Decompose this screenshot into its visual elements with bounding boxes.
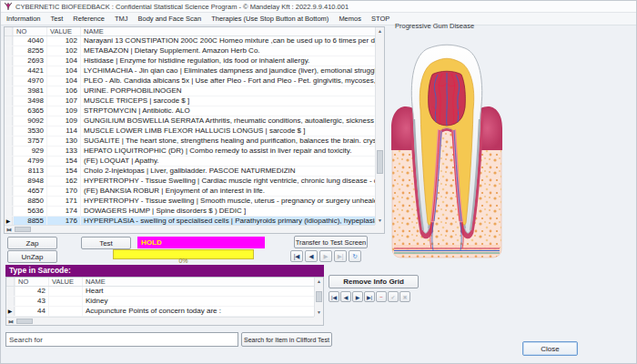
row-indicator (5, 36, 13, 46)
menu-item-memos[interactable]: Memos (339, 15, 361, 23)
app-window: CYBERNETIC BIOFEEDBACK : Confidential St… (0, 0, 637, 364)
table-row[interactable]: 4657170(FE) BANKSIA ROBUR | Enjoyment of… (5, 187, 375, 197)
remove-info-grid-button[interactable]: Remove Info Grid (329, 275, 419, 288)
table-cell: PLEO - Alb. Candida albicans 5x | Use af… (80, 76, 375, 86)
row-indicator (5, 116, 13, 126)
refresh-icon[interactable]: ↻ (349, 250, 361, 262)
prior-icon[interactable]: ◀ (340, 291, 351, 302)
column-header-no[interactable]: NO (13, 27, 46, 35)
table-row[interactable]: 43Kidney (6, 297, 314, 307)
table-cell: 106 (46, 86, 80, 96)
last-icon[interactable]: ▶| (364, 291, 375, 302)
table-row[interactable]: 8255102METABAZON | Dietary Supplement. A… (5, 46, 375, 56)
scroll-up-icon[interactable]: ▲ (315, 278, 323, 286)
table-cell: LYCHIMACHIA - Jin qian cao | Eliminates … (80, 66, 375, 76)
row-indicator (5, 207, 13, 216)
row-indicator (5, 136, 13, 146)
unzap-button[interactable]: UnZap (7, 250, 57, 263)
menu-item-information[interactable]: Information (6, 15, 41, 23)
delete-icon[interactable]: − (376, 291, 387, 302)
menu-item-test[interactable]: Test (51, 15, 64, 23)
row-indicator (5, 147, 13, 156)
prior-icon[interactable]: ◀ (305, 250, 318, 262)
column-header-name[interactable]: NAME (82, 278, 314, 286)
scrollbar-thumb[interactable] (377, 150, 383, 174)
search-input[interactable] (5, 332, 238, 347)
scroll-down-icon[interactable]: ▼ (376, 217, 384, 225)
table-row[interactable]: 3981106URINE. PORPHOBILINOGEN (5, 86, 375, 96)
column-header-value[interactable]: VALUE (48, 278, 82, 286)
vertical-scrollbar[interactable]: ▲ ▼ (314, 278, 323, 317)
table-cell: 42 (15, 287, 48, 296)
table-row[interactable]: 5636174DOWAGERS HUMP | Spine disorders $… (5, 207, 375, 217)
horizontal-scrollbar[interactable]: ◀ ▶ (6, 317, 314, 325)
table-row[interactable]: 8113154Cholo 2-Injektopas | Liver, gallb… (5, 167, 375, 177)
table-row[interactable]: ▶8855176HYPERPLASIA - swelling of specia… (5, 217, 375, 225)
transfer-to-test-screen-button[interactable]: Transfer to Test Screen (294, 236, 368, 248)
table-row[interactable]: 4799154(FE) LOQUAT | Apathy. (5, 157, 375, 167)
table-row[interactable]: 9092109GUNGILIUM BOSWELLIA SERRATA Arthr… (5, 116, 375, 126)
zap-button[interactable]: Zap (7, 237, 57, 249)
row-indicator (5, 56, 13, 66)
table-cell: (FE) LOQUAT | Apathy. (80, 157, 375, 166)
table-cell: 154 (46, 167, 80, 176)
search-clifford-button[interactable]: Search for Item in Clifford Test (241, 332, 332, 347)
table-cell: 4040 (13, 36, 46, 46)
table-cell: HYPERPLASIA - swelling of specialised ce… (80, 217, 375, 225)
scrollbar-thumb[interactable] (15, 227, 31, 232)
column-header-value[interactable]: VALUE (46, 27, 80, 35)
scroll-right-icon[interactable]: ▶ (5, 226, 13, 234)
tooth-cross-section-illustration (390, 43, 503, 265)
first-icon[interactable]: |◀ (329, 291, 339, 302)
table-row[interactable]: 929133HEPATO LIQUITROPHIC (DR) | Combo r… (5, 147, 375, 157)
first-icon[interactable]: |◀ (290, 250, 303, 262)
vertical-scrollbar[interactable]: ▲ ▼ (375, 27, 384, 225)
column-header-name[interactable]: NAME (80, 27, 375, 35)
diagram-title: Progressive Gum Disease (395, 22, 474, 30)
test-button[interactable]: Test (81, 237, 131, 249)
close-button[interactable]: Close (522, 341, 578, 356)
scroll-down-icon[interactable]: ▼ (315, 308, 323, 317)
row-indicator (5, 187, 13, 196)
row-indicator (5, 177, 13, 186)
hold-status-bar: HOLD (137, 237, 265, 248)
table-row[interactable]: 4970104PLEO - Alb. Candida albicans 5x |… (5, 76, 375, 86)
table-row[interactable]: 4040102Narayani 13 CONSTIPATION 200C 200… (5, 36, 375, 46)
table-cell (48, 307, 82, 316)
row-indicator (5, 106, 13, 116)
table-cell: 102 (46, 36, 80, 46)
scrollbar-thumb[interactable] (16, 318, 33, 324)
table-cell: 104 (46, 66, 80, 76)
app-icon (4, 2, 13, 11)
row-indicator: ▶ (5, 217, 13, 225)
table-cell: (FE) BANKSIA ROBUR | Enjoyment of an int… (80, 187, 375, 196)
table-row[interactable]: 42Heart (6, 287, 314, 297)
table-row[interactable]: 6365109STRPTOMYCIN | Antibiotic. ALO (5, 106, 375, 116)
table-row[interactable]: 3530114MUSCLE LOWER LIMB FLEXOR HALLUCIS… (5, 126, 375, 136)
table-row[interactable]: 2693104Histidase | Enzyme for histidine … (5, 56, 375, 66)
menu-item-stop[interactable]: STOP (371, 15, 389, 23)
row-indicator (5, 66, 13, 76)
next-icon[interactable]: ▶ (352, 291, 363, 302)
table-cell: 8255 (13, 46, 46, 56)
menu-item-body-and-face-scan[interactable]: Body and Face Scan (138, 15, 202, 23)
table-cell: 929 (13, 147, 46, 156)
menu-item-tmj[interactable]: TMJ (115, 15, 128, 23)
table-cell: 9092 (13, 116, 46, 126)
table-row[interactable]: 8850171HYPERTROPHY - Tissue swelling | S… (5, 197, 375, 207)
table-row[interactable]: 3757130SUGALITE | The heart stone, stren… (5, 136, 375, 147)
table-row[interactable]: 3498107MUSCLE TRICEPS | sarcode $ ] (5, 96, 375, 106)
row-indicator (5, 86, 13, 96)
column-header-no[interactable]: NO (15, 278, 48, 286)
table-row[interactable]: 4421104LYCHIMACHIA - Jin qian cao | Elim… (5, 66, 375, 76)
table-cell: 3530 (13, 126, 46, 136)
last-icon: ▶| (334, 250, 347, 262)
scroll-right-icon[interactable]: ▶ (6, 318, 15, 326)
scrollbar-thumb[interactable] (316, 291, 322, 302)
menu-item-therapies-use-stop-button-at-bottom[interactable]: Therapies (Use Stop Button at Bottom) (211, 15, 329, 23)
table-row[interactable]: 8948162HYPERTROPHY - Tissue Swelling | C… (5, 177, 375, 187)
menu-item-reference[interactable]: Reference (73, 15, 105, 23)
scroll-up-icon[interactable]: ▲ (376, 27, 384, 35)
table-row[interactable]: ▶44Acupuncture Points of concern today a… (6, 307, 314, 317)
horizontal-scrollbar[interactable]: ◀ ▶ (5, 225, 375, 233)
